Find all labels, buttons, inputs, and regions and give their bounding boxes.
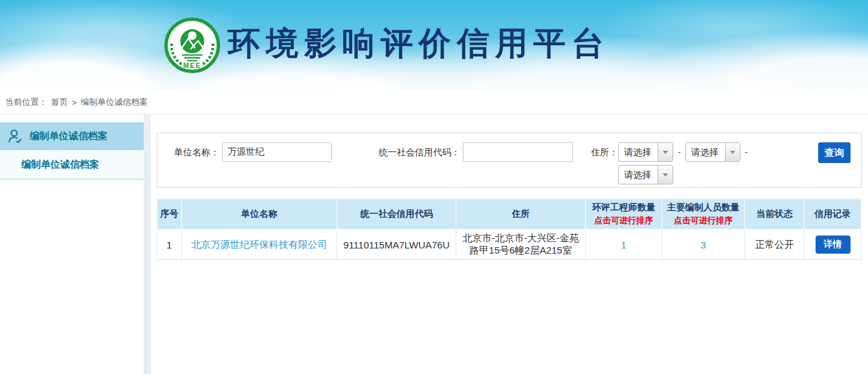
mee-logo: MEE <box>164 17 221 74</box>
sort-hint: 点击可进行排序 <box>665 215 742 226</box>
breadcrumb-current: 编制单位诚信档案 <box>81 96 148 108</box>
dash-separator: - <box>678 142 681 162</box>
residence-group: 住所： 请选择 - 请选择 - <box>591 142 752 184</box>
main-content: 单位名称： 统一社会信用代码： 住所： 请选择 - 请选择 <box>151 115 868 374</box>
results-table: 序号 单位名称 统一社会信用代码 住所 环评工程师数量 点击可进行排序 主要编制… <box>157 199 862 260</box>
col-engineer-count-title: 环评工程师数量 <box>588 202 659 214</box>
sidebar: 编制单位诚信档案 编制单位诚信档案 <box>0 115 144 374</box>
credit-code-input[interactable] <box>463 142 573 162</box>
page-title: 环境影响评价信用平台 <box>228 22 610 65</box>
col-staff-count-sortable[interactable]: 主要编制人员数量 点击可进行排序 <box>662 199 745 230</box>
cell-index: 1 <box>157 230 182 260</box>
query-button[interactable]: 查询 <box>818 142 851 163</box>
breadcrumb: 当前位置： 首页 > 编制单位诚信档案 <box>0 91 868 115</box>
city-select[interactable]: 请选择 <box>685 142 740 162</box>
site-header: MEE 环境影响评价信用平台 <box>0 0 868 91</box>
engineer-count-link[interactable]: 1 <box>621 239 626 250</box>
col-credit-code: 统一社会信用代码 <box>337 199 456 230</box>
breadcrumb-prefix: 当前位置： <box>5 96 47 108</box>
credit-code-label: 统一社会信用代码： <box>379 142 460 162</box>
province-select[interactable]: 请选择 <box>618 142 673 162</box>
sidebar-item-label: 编制单位诚信档案 <box>30 130 107 142</box>
col-engineer-count-sortable[interactable]: 环评工程师数量 点击可进行排序 <box>586 199 662 230</box>
sidebar-subitem-label: 编制单位诚信档案 <box>21 159 99 171</box>
cell-credit-code: 91110115MA7LWUA76U <box>337 230 456 260</box>
breadcrumb-home-link[interactable]: 首页 <box>51 96 68 108</box>
breadcrumb-separator: > <box>72 98 77 107</box>
col-address: 住所 <box>456 199 586 230</box>
svg-text:MEE: MEE <box>183 61 201 69</box>
table-row: 1 北京万源世纪环保科技有限公司 91110115MA7LWUA76U 北京市-… <box>157 230 862 260</box>
chevron-down-icon <box>658 143 673 161</box>
sidebar-subitem-unit-credit-archive[interactable]: 编制单位诚信档案 <box>0 150 144 180</box>
user-check-icon <box>7 128 24 145</box>
sidebar-divider <box>144 115 151 374</box>
staff-count-link[interactable]: 3 <box>700 239 706 250</box>
unit-name-label: 单位名称： <box>174 142 219 162</box>
district-select[interactable]: 请选择 <box>618 165 673 184</box>
sort-hint: 点击可进行排序 <box>588 215 659 226</box>
col-index: 序号 <box>157 199 182 230</box>
chevron-down-icon <box>658 166 673 184</box>
table-header-row: 序号 单位名称 统一社会信用代码 住所 环评工程师数量 点击可进行排序 主要编制… <box>157 199 862 230</box>
col-status: 当前状态 <box>745 199 805 230</box>
detail-button[interactable]: 详情 <box>816 236 851 254</box>
unit-name-link[interactable]: 北京万源世纪环保科技有限公司 <box>192 239 328 250</box>
search-panel: 单位名称： 统一社会信用代码： 住所： 请选择 - 请选择 <box>157 133 862 188</box>
cell-address: 北京市-北京市-大兴区-金苑路甲15号6幢2层A215室 <box>456 230 586 260</box>
province-select-value: 请选择 <box>619 143 658 161</box>
city-select-value: 请选择 <box>686 143 725 161</box>
cell-status: 正常公开 <box>745 230 805 260</box>
col-unit-name: 单位名称 <box>182 199 337 230</box>
residence-label: 住所： <box>591 142 618 184</box>
col-credit-record: 信用记录 <box>805 199 862 230</box>
chevron-down-icon <box>725 143 740 161</box>
district-select-value: 请选择 <box>619 166 658 184</box>
unit-name-input[interactable] <box>222 142 332 162</box>
dash-separator: - <box>745 142 748 162</box>
col-staff-count-title: 主要编制人员数量 <box>665 202 742 214</box>
sidebar-item-unit-credit-archive[interactable]: 编制单位诚信档案 <box>0 122 144 150</box>
